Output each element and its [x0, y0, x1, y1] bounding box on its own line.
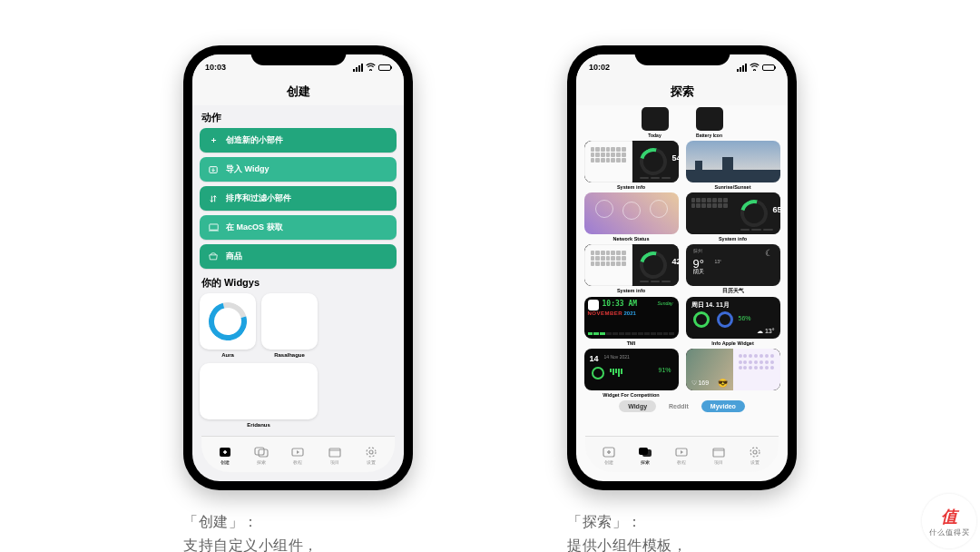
watermark-text: 什么值得买 — [929, 527, 970, 537]
widget-sunrise-sunset[interactable]: Sunrise/Sunset — [686, 141, 780, 190]
tab-label: 探索 — [257, 459, 266, 465]
tab-explore[interactable]: 探索 — [638, 446, 652, 465]
tab-label: 探索 — [641, 459, 650, 465]
svg-rect-4 — [255, 448, 264, 455]
tab-explore[interactable]: 探索 — [254, 446, 269, 465]
caption-right: 「探索」： 提供小组件模板， 可自己编辑 — [567, 510, 797, 552]
status-right — [737, 63, 775, 73]
widget-system-info-3[interactable]: 42% System info — [584, 244, 679, 294]
widget-label: System info — [617, 288, 645, 293]
topwidget-battery[interactable]: Battery Icon — [696, 107, 723, 138]
mac-icon — [208, 223, 219, 232]
widget-tmi[interactable]: 10:33 AM Sunday NOVEMBER 2021 TMI — [584, 297, 679, 346]
settings-tab-icon — [748, 446, 762, 458]
tab-bar: 创建 探索 教程 项目 — [201, 436, 395, 472]
section-widgys-header: 你的 Widgys — [201, 276, 395, 290]
widgy-rasalhague[interactable]: Rasalhague — [261, 293, 318, 358]
tab-label: 项目 — [714, 459, 723, 465]
svg-point-17 — [753, 450, 757, 454]
phone-explore: 10:02 探索 Today Battery Icon — [567, 45, 797, 490]
topwidget-today[interactable]: Today — [642, 107, 669, 138]
signal-icon — [353, 64, 363, 72]
caption-left: 「创建」： 支持自定义小组件， 包括功能、颜色、大小等 — [183, 510, 413, 552]
widget-system-info-2[interactable]: 65% System info — [686, 192, 780, 242]
widgy-label: Eridanus — [200, 422, 318, 428]
action-label: 商品 — [226, 251, 242, 262]
action-shop[interactable]: 商品 — [200, 244, 397, 269]
watermark-smzdm: 值 什么值得买 — [922, 494, 976, 548]
tab-settings[interactable]: 设置 — [748, 446, 762, 465]
tab-settings[interactable]: 设置 — [364, 446, 378, 465]
action-label: 导入 Widgy — [226, 163, 269, 175]
widget-photo-lilac[interactable]: ♡ 169 😎 — [686, 349, 780, 398]
page-title: 探索 — [576, 80, 788, 105]
tab-label: 设置 — [750, 459, 760, 465]
widgy-aura[interactable]: Aura — [200, 293, 256, 358]
wifi-icon — [750, 63, 760, 73]
battery-pct: 42% — [672, 257, 679, 266]
info-pct: 56% — [739, 315, 751, 321]
svg-rect-1 — [209, 224, 217, 230]
action-label: 创造新的小部件 — [226, 134, 283, 146]
notch — [634, 45, 730, 65]
action-sort-filter[interactable]: 排序和过滤小部件 — [200, 186, 397, 211]
widget-calendar-weather[interactable]: 蘇州☾ 9° 13° 阴天 日历天气 — [686, 244, 780, 294]
battery-pct: 54% — [672, 153, 679, 163]
tab-create[interactable]: 创建 — [218, 446, 232, 465]
comp-day: 14 — [590, 354, 599, 363]
filter-reddit[interactable]: Reddit — [660, 400, 698, 412]
tab-tutorial[interactable]: 教程 — [674, 446, 689, 465]
tmi-year: 2021 — [624, 310, 636, 316]
ring-icon — [201, 295, 253, 347]
page-title: 创建 — [192, 80, 404, 105]
svg-point-9 — [369, 450, 373, 454]
section-actions-header: 动作 — [201, 111, 395, 124]
widget-info-apple[interactable]: 周日 14. 11月 56% ☁ 13° Info Apple Widget — [686, 297, 780, 346]
screen-explore: 10:02 探索 Today Battery Icon — [576, 54, 788, 481]
sort-icon — [208, 194, 219, 203]
status-time: 10:03 — [205, 63, 226, 72]
svg-point-10 — [367, 448, 376, 457]
action-get-macos[interactable]: 在 MacOS 获取 — [200, 215, 397, 240]
widget-label: System info — [719, 236, 747, 242]
widget-label: 日历天气 — [722, 288, 744, 294]
project-tab-icon — [711, 446, 726, 458]
tutorial-tab-icon — [674, 446, 689, 458]
widget-label: TMI — [627, 340, 635, 346]
watermark-logo: 值 — [941, 506, 957, 527]
create-tab-icon — [602, 446, 616, 458]
create-tab-icon — [218, 446, 232, 458]
action-import-widgy[interactable]: 导入 Widgy — [200, 157, 397, 182]
tab-bar: 创建 探索 教程 项目 — [585, 436, 779, 472]
svg-rect-5 — [259, 449, 268, 457]
explore-tab-icon — [254, 446, 269, 458]
settings-tab-icon — [364, 446, 378, 458]
tab-project[interactable]: 项目 — [328, 446, 342, 465]
svg-point-18 — [750, 448, 760, 457]
filter-widgy[interactable]: Widgy — [619, 400, 656, 412]
tab-label: 创建 — [604, 459, 613, 465]
plus-icon: ＋ — [208, 134, 219, 146]
tab-project[interactable]: 项目 — [711, 446, 726, 465]
widget-network-status[interactable]: Network Status — [584, 192, 679, 242]
widget-label: Battery Icon — [696, 133, 722, 138]
tmi-time: 10:33 AM — [603, 300, 638, 308]
tab-create[interactable]: 创建 — [602, 446, 616, 465]
tmi-month: NOVEMBER — [588, 310, 623, 316]
screen-create: 10:03 创建 动作 ＋ 创造新的小部件 — [192, 54, 404, 481]
widget-label: Today — [648, 133, 661, 138]
tab-label: 教程 — [293, 459, 302, 465]
action-create-widget[interactable]: ＋ 创造新的小部件 — [200, 128, 397, 153]
widgy-eridanus[interactable] — [200, 363, 318, 419]
import-icon — [208, 165, 219, 174]
info-date: 周日 14. 11月 — [691, 301, 730, 310]
widgy-label: Aura — [221, 352, 234, 358]
widget-competition[interactable]: 14 14 Nov 2021 91% Widget For Competitio… — [584, 349, 679, 398]
tab-tutorial[interactable]: 教程 — [290, 446, 305, 465]
svg-rect-15 — [713, 448, 724, 457]
widget-label: System info — [617, 184, 645, 190]
battery-icon — [378, 64, 391, 71]
widget-system-info-1[interactable]: 54% System info — [584, 141, 679, 190]
filter-myvideo[interactable]: Myvideo — [701, 400, 745, 412]
status-right — [353, 63, 391, 73]
